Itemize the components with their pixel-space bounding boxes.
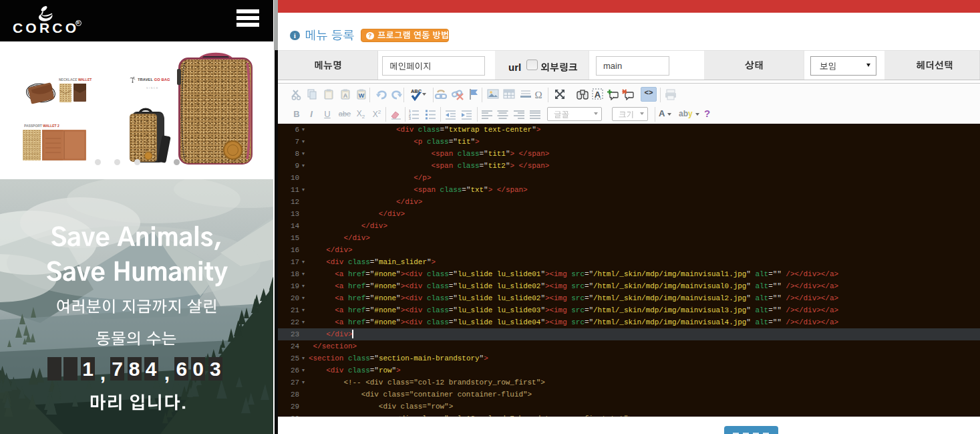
- svg-text:3: 3: [408, 116, 411, 120]
- svg-text:Ω: Ω: [534, 90, 542, 100]
- svg-text:A: A: [343, 92, 348, 99]
- svg-text:W: W: [359, 92, 365, 99]
- svg-text:A: A: [595, 90, 601, 100]
